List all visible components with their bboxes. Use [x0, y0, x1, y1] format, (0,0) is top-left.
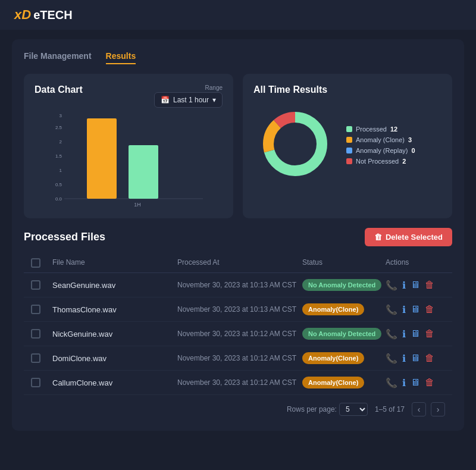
range-value: Last 1 hour	[173, 96, 209, 104]
donut-chart	[253, 102, 337, 188]
legend-label-replay: Anomaly (Replay)	[356, 147, 408, 154]
row2-phone-icon[interactable]: 📞	[386, 304, 397, 315]
row5-delete-icon[interactable]: 🗑	[425, 377, 434, 388]
svg-text:2.5: 2.5	[55, 125, 62, 130]
row2-info-icon[interactable]: ℹ	[402, 304, 406, 315]
table-row: CallumClone.wav November 30, 2023 at 10:…	[24, 371, 452, 395]
charts-row: Data Chart Range 📅 Last 1 hour ▾ 0	[24, 74, 452, 218]
row1-device-icon[interactable]: 🖥	[411, 280, 420, 290]
main-content: File Management Results Data Chart Range…	[0, 30, 476, 440]
bar-anomaly-clone	[87, 118, 117, 199]
svg-text:0.5: 0.5	[55, 182, 62, 187]
svg-text:1: 1	[60, 168, 62, 173]
row3-processed-at: November 30, 2023 at 10:12 AM CST	[177, 330, 302, 338]
legend-label-processed: Processed	[356, 126, 387, 133]
row4-phone-icon[interactable]: 📞	[386, 353, 397, 364]
legend-label-clone: Anomaly (Clone)	[356, 136, 405, 143]
row1-phone-icon[interactable]: 📞	[386, 280, 397, 291]
trash-icon: 🗑	[374, 233, 382, 242]
row3-checkbox[interactable]	[31, 329, 40, 339]
row4-status: Anomaly(Clone)	[302, 352, 386, 364]
pagination: Rows per page: 5 10 25 1–5 of 17 ‹ ›	[24, 395, 452, 419]
calendar-icon: 📅	[161, 96, 170, 104]
row5-status: Anomaly(Clone)	[302, 377, 386, 388]
col-actions: Actions	[386, 258, 445, 268]
logo-x: xD	[14, 7, 31, 23]
tab-file-management[interactable]: File Management	[24, 51, 92, 64]
row5-checkbox[interactable]	[31, 378, 40, 387]
rows-per-page-select[interactable]: 5 10 25	[339, 403, 368, 416]
row5-checkbox-cell	[31, 378, 52, 387]
logo-rest: eTECH	[33, 8, 73, 22]
row4-actions: 📞 ℹ 🖥 🗑	[386, 353, 445, 364]
legend-value-processed: 12	[390, 126, 397, 133]
row1-info-icon[interactable]: ℹ	[402, 280, 406, 291]
col-processed-at: Processed At	[177, 258, 302, 268]
row1-filename: SeanGenuine.wav	[52, 281, 177, 290]
row2-filename: ThomasClone.wav	[52, 305, 177, 314]
row4-delete-icon[interactable]: 🗑	[425, 353, 434, 364]
legend-label-not-processed: Not Processed	[356, 158, 399, 165]
table-header: File Name Processed At Status Actions	[24, 253, 452, 273]
row4-info-icon[interactable]: ℹ	[402, 353, 406, 364]
range-dropdown[interactable]: 📅 Last 1 hour ▾	[154, 92, 223, 108]
row4-status-badge: Anomaly(Clone)	[302, 352, 364, 364]
donut-area: Processed 12 Anomaly (Clone) 3 Anomaly (…	[253, 102, 441, 188]
row5-status-badge: Anomaly(Clone)	[302, 377, 364, 388]
delete-selected-button[interactable]: 🗑 Delete Selected	[365, 228, 452, 246]
legend-dot-processed	[346, 126, 352, 132]
tab-results[interactable]: Results	[106, 51, 136, 64]
legend-value-replay: 0	[411, 147, 415, 154]
row3-phone-icon[interactable]: 📞	[386, 328, 397, 340]
row5-filename: CallumClone.wav	[52, 378, 177, 387]
legend-replay: Anomaly (Replay) 0	[346, 147, 415, 154]
row1-delete-icon[interactable]: 🗑	[425, 280, 434, 290]
col-filename: File Name	[52, 258, 177, 268]
row2-device-icon[interactable]: 🖥	[411, 304, 420, 315]
row5-processed-at: November 30, 2023 at 10:12 AM CST	[177, 378, 302, 387]
data-chart-card: Data Chart Range 📅 Last 1 hour ▾ 0	[24, 74, 233, 218]
legend-processed: Processed 12	[346, 126, 415, 133]
all-time-results-card: All Time Results	[243, 74, 452, 218]
delete-btn-label: Delete Selected	[386, 233, 443, 242]
row1-processed-at: November 30, 2023 at 10:13 AM CST	[177, 281, 302, 289]
row3-actions: 📞 ℹ 🖥 🗑	[386, 328, 445, 340]
page-info: 1–5 of 17	[375, 405, 405, 413]
row2-checkbox-cell	[31, 305, 52, 314]
chevron-down-icon: ▾	[212, 96, 216, 104]
legend-value-not-processed: 2	[402, 158, 406, 165]
logo: xDeTECH	[14, 7, 73, 23]
legend-dot-replay	[346, 148, 352, 153]
row3-delete-icon[interactable]: 🗑	[425, 328, 434, 339]
row4-checkbox[interactable]	[31, 353, 40, 363]
row2-delete-icon[interactable]: 🗑	[425, 304, 434, 315]
col-checkbox	[31, 258, 52, 268]
bar-chart-area: 0.0 0.5 1 1.5 2 2.5 3 1H	[35, 112, 223, 208]
bar-chart-svg: 0.0 0.5 1 1.5 2 2.5 3 1H	[35, 112, 223, 208]
row5-device-icon[interactable]: 🖥	[411, 377, 420, 388]
row3-filename: NickGenuine.wav	[52, 330, 177, 339]
legend-dot-not-processed	[346, 158, 352, 164]
legend-dot-clone	[346, 137, 352, 143]
row1-checkbox[interactable]	[31, 280, 40, 290]
svg-text:1.5: 1.5	[55, 153, 62, 159]
next-page-button[interactable]: ›	[431, 402, 445, 416]
svg-text:2: 2	[60, 139, 62, 145]
row2-actions: 📞 ℹ 🖥 🗑	[386, 304, 445, 315]
page-nav: ‹ ›	[412, 402, 445, 416]
legend-clone: Anomaly (Clone) 3	[346, 136, 415, 143]
table-row: NickGenuine.wav November 30, 2023 at 10:…	[24, 322, 452, 346]
prev-page-button[interactable]: ‹	[412, 402, 426, 416]
row3-device-icon[interactable]: 🖥	[411, 328, 420, 339]
row3-info-icon[interactable]: ℹ	[402, 328, 406, 340]
table-row: ThomasClone.wav November 30, 2023 at 10:…	[24, 297, 452, 322]
row4-device-icon[interactable]: 🖥	[411, 353, 420, 364]
row4-checkbox-cell	[31, 353, 52, 363]
row5-info-icon[interactable]: ℹ	[402, 377, 406, 388]
row5-phone-icon[interactable]: 📞	[386, 377, 397, 388]
header-checkbox[interactable]	[31, 258, 40, 268]
rows-per-page-label: Rows per page:	[287, 405, 337, 413]
row3-status-badge: No Anomaly Detected	[302, 328, 381, 340]
row2-checkbox[interactable]	[31, 305, 40, 314]
row2-status-badge: Anomaly(Clone)	[302, 303, 364, 315]
